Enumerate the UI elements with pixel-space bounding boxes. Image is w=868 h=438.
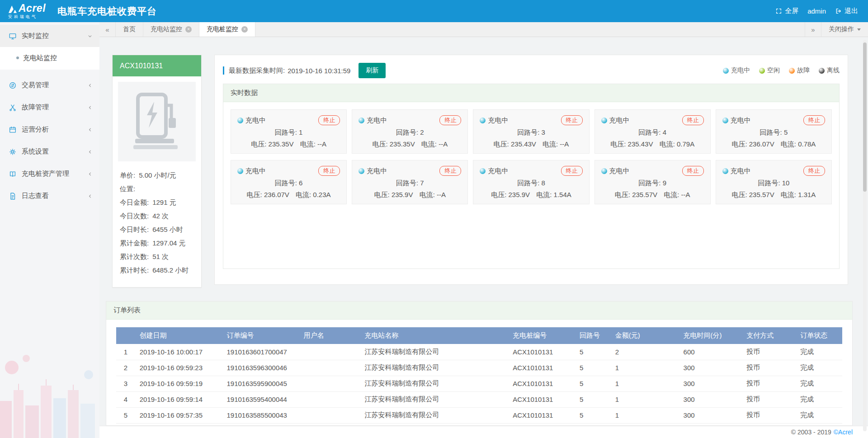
terminate-button[interactable]: 终止: [682, 115, 704, 125]
charging-status-icon: [601, 168, 607, 174]
order-table-row[interactable]: 1 2019-10-16 10:00:17 1910163601700047 江…: [116, 344, 842, 360]
chevron-left-icon: [87, 193, 93, 199]
order-table-row[interactable]: 3 2019-10-16 09:59:19 1910163595900045 江…: [116, 376, 842, 391]
circuit-status: 充电中: [237, 167, 266, 175]
stat-label: 今日时长:: [120, 223, 149, 236]
order-column-header: 充电站名称: [360, 327, 509, 344]
voltage-label: 电压:: [731, 140, 747, 148]
circuit-status: 充电中: [601, 167, 630, 175]
realtime-panel-wrapper: 最新数据采集时间: 2019-10-16 10:31:59 刷新 充电中 空闲 …: [214, 55, 848, 285]
voltage-label: 电压:: [372, 140, 387, 148]
document-icon: [8, 192, 17, 201]
stat-value: 6485.2 小时: [152, 264, 189, 277]
voltage-value: 235.43V: [628, 140, 653, 148]
order-circuit-number: 5: [575, 391, 611, 407]
sidebar-item-operation-analysis[interactable]: 运营分析: [0, 118, 99, 141]
circuit-number-line: 回路号: 10: [722, 179, 825, 188]
circuit-status: 充电中: [480, 116, 508, 125]
chevron-left-icon: [87, 127, 93, 133]
order-row-index: 4: [116, 391, 135, 407]
order-table-row[interactable]: 2 2019-10-16 09:59:23 1910163596300046 江…: [116, 360, 842, 376]
close-tab-icon[interactable]: ×: [185, 26, 192, 33]
terminate-button[interactable]: 终止: [561, 166, 583, 176]
order-charge-minutes: 300: [679, 407, 742, 423]
order-pile-number: ACX1010131: [508, 360, 575, 376]
terminate-button[interactable]: 终止: [561, 115, 583, 125]
order-column-header: 用户名: [299, 327, 360, 344]
current-value: 0.78A: [798, 140, 816, 148]
legend-item: 故障: [789, 66, 810, 75]
stat-label: 位置:: [120, 182, 135, 196]
current-label: 电流:: [542, 140, 558, 148]
terminate-button[interactable]: 终止: [682, 166, 704, 176]
order-status: 完成: [796, 344, 842, 360]
circuit-card: 充电中 终止 回路号: 1 电压: 235.35V 电流: --A: [231, 109, 347, 154]
circuit-number-value: 4: [663, 128, 666, 136]
tab-home[interactable]: 首页: [116, 22, 143, 37]
orders-table: 创建日期 订单编号 用户名 充电站名称 充电桩编号 回路号 金额(元) 充电时间…: [116, 327, 842, 424]
circuit-status-label: 充电中: [731, 116, 751, 125]
circuit-vi-line: 电压: 236.07V 电流: 0.23A: [237, 191, 340, 199]
order-table-row[interactable]: 4 2019-10-16 09:59:14 1910163595400044 江…: [116, 391, 842, 407]
accent-bar: [223, 66, 224, 75]
scroll-tabs-left-button[interactable]: «: [99, 22, 116, 37]
terminate-button[interactable]: 终止: [803, 166, 825, 176]
sidebar-item-system-settings[interactable]: 系统设置: [0, 141, 99, 163]
tab-station-monitoring[interactable]: 充电站监控 ×: [143, 22, 199, 37]
close-tab-icon[interactable]: ×: [241, 26, 248, 33]
order-row-index: 3: [116, 376, 135, 391]
circuit-number-label: 回路号:: [760, 128, 782, 136]
order-pay-method: 投币: [742, 376, 796, 391]
order-charge-minutes: 300: [679, 360, 742, 376]
voltage-label: 电压:: [374, 191, 390, 198]
scroll-tabs-right-button[interactable]: »: [805, 22, 821, 37]
order-table-row[interactable]: 5 2019-10-16 09:57:35 1910163585500043 江…: [116, 407, 842, 423]
order-number: 1910163596300046: [222, 360, 299, 376]
sidebar: 实时监控 充电站监控 交易管理: [0, 22, 99, 438]
current-value: 1.54A: [554, 191, 571, 198]
terminate-button[interactable]: 终止: [439, 166, 461, 176]
voltage-label: 电压:: [615, 191, 630, 198]
scrollbar-thumb[interactable]: [863, 42, 867, 192]
sidebar-item-transaction-management[interactable]: 交易管理: [0, 74, 99, 96]
current-label: 电流:: [420, 191, 435, 198]
order-status: 完成: [796, 360, 842, 376]
tab-pile-monitoring[interactable]: 充电桩监控 ×: [199, 22, 255, 37]
stat-value: 1297.04 元: [152, 236, 185, 250]
circuit-number-value: 3: [541, 128, 545, 136]
order-row-index: 1: [116, 344, 135, 360]
voltage-label: 电压:: [610, 140, 626, 148]
circuit-status-label: 充电中: [731, 167, 751, 175]
circuit-vi-line: 电压: 235.43V 电流: 0.79A: [601, 140, 704, 149]
voltage-value: 235.43V: [511, 140, 536, 148]
sidebar-item-fault-management[interactable]: 故障管理: [0, 96, 99, 118]
current-label: 电流:: [660, 140, 675, 148]
terminate-button[interactable]: 终止: [318, 166, 340, 176]
charging-pile-icon: [133, 92, 180, 151]
logout-button[interactable]: 退出: [835, 7, 858, 15]
current-value: --A: [317, 140, 326, 148]
username[interactable]: admin: [807, 7, 826, 15]
terminate-button[interactable]: 终止: [318, 115, 340, 125]
sidebar-item-realtime-monitoring[interactable]: 实时监控: [0, 25, 99, 47]
sidebar-item-pile-asset-management[interactable]: 充电桩资产管理: [0, 163, 99, 185]
order-create-date: 2019-10-16 09:59:23: [135, 360, 222, 376]
terminate-button[interactable]: 终止: [439, 115, 461, 125]
circuit-vi-line: 电压: 235.9V 电流: 1.54A: [480, 191, 582, 199]
order-row-index: 5: [116, 407, 135, 423]
close-operations-dropdown[interactable]: 关闭操作: [821, 22, 868, 37]
sidebar-item-charging-station-monitoring[interactable]: 充电站监控: [0, 48, 99, 68]
status-dot-icon: [789, 68, 795, 74]
circuit-vi-line: 电压: 235.9V 电流: --A: [359, 191, 461, 199]
fullscreen-button[interactable]: 全屏: [775, 7, 798, 15]
terminate-button[interactable]: 终止: [803, 115, 825, 125]
tab-spacer: [255, 22, 805, 37]
circuit-number-line: 回路号: 9: [601, 179, 704, 188]
refresh-button[interactable]: 刷新: [359, 63, 386, 78]
sidebar-item-log-view[interactable]: 日志查看: [0, 185, 99, 207]
order-column-header: 订单编号: [222, 327, 299, 344]
realtime-panel-title: 实时数据: [223, 84, 839, 102]
chevron-left-icon: [87, 82, 93, 89]
chevron-left-icon: [87, 171, 93, 177]
acrel-link[interactable]: ©Acrel: [834, 429, 853, 436]
